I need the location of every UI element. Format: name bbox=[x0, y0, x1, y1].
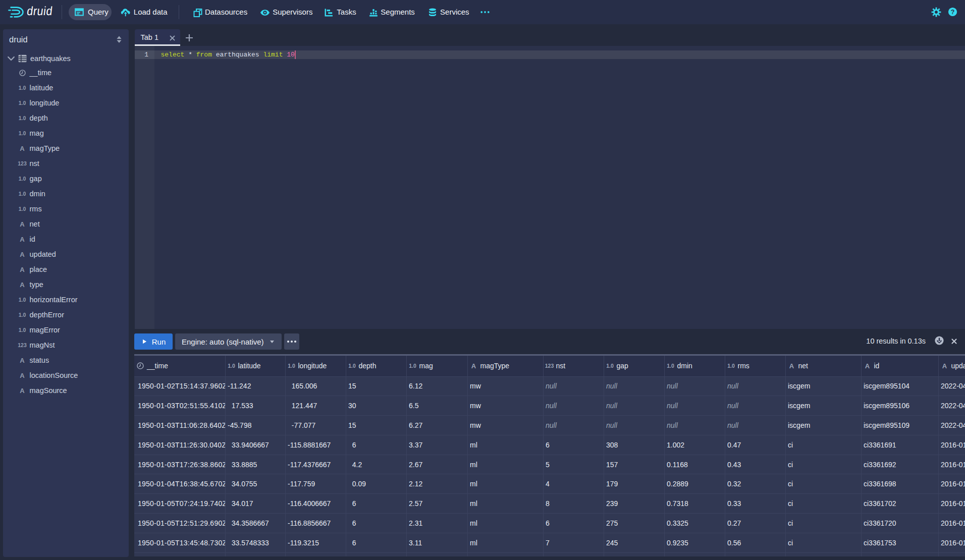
svg-text:?: ? bbox=[951, 9, 955, 16]
